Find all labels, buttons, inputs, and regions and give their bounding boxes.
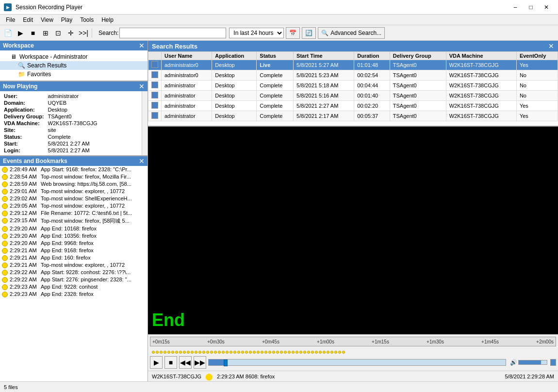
timeline[interactable]: +0m15s +0m30s +0m45s +1m00s +1m15s +1m30… xyxy=(150,337,556,346)
menu-tools[interactable]: Tools xyxy=(76,15,98,25)
timeline-dot[interactable] xyxy=(276,351,279,354)
tree-item-workspace[interactable]: 🖥 Workspace - Administrator xyxy=(0,52,148,61)
toolbar-fullscreen-btn[interactable]: ⊞ xyxy=(40,27,51,39)
play-button[interactable]: ▶ xyxy=(150,356,163,369)
timeline-dot[interactable] xyxy=(202,351,205,354)
timeline-dot[interactable] xyxy=(152,351,155,354)
calendar-btn[interactable]: 📅 xyxy=(286,27,300,39)
table-row[interactable]: administrator Desktop Complete 5/8/2021 … xyxy=(148,111,558,121)
event-item[interactable]: 2:29:21 AM Top-most window: explorer, , … xyxy=(0,261,148,269)
timeline-dot[interactable] xyxy=(183,351,186,354)
timeline-dot[interactable] xyxy=(338,351,341,354)
timeline-dot[interactable] xyxy=(175,351,178,354)
event-item[interactable]: 2:29:22 AM App Start: 2276: pingsender: … xyxy=(0,276,148,283)
timeline-dot[interactable] xyxy=(191,351,194,354)
toolbar-play-btn[interactable]: ▶ xyxy=(15,27,26,39)
timeline-dot[interactable] xyxy=(261,351,263,354)
timeline-dot[interactable] xyxy=(253,351,256,354)
toolbar-new-btn[interactable]: 📄 xyxy=(2,27,14,39)
maximize-button[interactable]: □ xyxy=(523,2,539,12)
timeline-dot[interactable] xyxy=(295,351,298,354)
timeline-dot[interactable] xyxy=(330,351,333,354)
timeline-dot[interactable] xyxy=(342,351,345,354)
timeline-dot[interactable] xyxy=(292,351,295,354)
menu-help[interactable]: Help xyxy=(98,15,117,25)
event-item[interactable]: 2:29:21 AM App End: 9168: firefox xyxy=(0,247,148,254)
tree-item-favorites[interactable]: 📁 Favorites xyxy=(0,70,148,79)
timeline-dot[interactable] xyxy=(241,351,244,354)
now-playing-close-btn[interactable]: ✕ xyxy=(139,83,145,90)
timeline-dot[interactable] xyxy=(237,351,240,354)
event-item[interactable]: 2:28:59 AM Web browsing: https://bj.58.c… xyxy=(0,180,148,188)
timeline-dot[interactable] xyxy=(206,351,209,354)
volume-bar[interactable] xyxy=(518,360,547,365)
toolbar-fast-fwd-btn[interactable]: >>| xyxy=(78,27,89,39)
event-item[interactable]: 2:29:23 AM App End: 9228: conhost xyxy=(0,283,148,291)
table-row[interactable]: administrator0 Desktop Live 5/8/2021 5:2… xyxy=(148,60,558,70)
timeline-dot[interactable] xyxy=(280,351,283,354)
event-item[interactable]: 2:29:01 AM Top-most window: explorer, , … xyxy=(0,188,148,195)
event-item[interactable]: 2:29:22 AM App Start: 9228: conhost: 227… xyxy=(0,269,148,276)
time-range-dropdown[interactable]: In last 24 hours In last 7 days In last … xyxy=(229,28,284,38)
toolbar-zoom-btn[interactable]: ⊡ xyxy=(52,27,64,39)
timeline-dot[interactable] xyxy=(164,351,166,354)
event-item[interactable]: 2:29:20 AM App End: 9968: firefox xyxy=(0,240,148,247)
zoom-handle[interactable] xyxy=(550,359,556,366)
tree-item-search-results[interactable]: 🔍 Search Results xyxy=(0,61,148,70)
timeline-dot[interactable] xyxy=(226,351,229,354)
timeline-dot[interactable] xyxy=(218,351,221,354)
timeline-dot[interactable] xyxy=(257,351,260,354)
table-row[interactable]: administrator Desktop Complete 5/8/2021 … xyxy=(148,91,558,101)
next-frame-button[interactable]: ▶▶ xyxy=(194,356,206,369)
timeline-dot[interactable] xyxy=(156,351,159,354)
timeline-dot[interactable] xyxy=(214,351,217,354)
timeline-dot[interactable] xyxy=(315,351,318,354)
timeline-dot[interactable] xyxy=(198,351,201,354)
timeline-dot[interactable] xyxy=(222,351,225,354)
menu-view[interactable]: View xyxy=(37,15,57,25)
workspace-close-btn[interactable]: ✕ xyxy=(139,42,145,49)
timeline-dot[interactable] xyxy=(327,351,329,354)
timeline-dot[interactable] xyxy=(187,351,190,354)
event-item[interactable]: 2:29:02 AM Top-most window: ShellExperie… xyxy=(0,195,148,202)
advanced-search-btn[interactable]: 🔍 Advanced Search... xyxy=(318,27,385,39)
event-item[interactable]: 2:29:15 AM Top-most window: firefox, [58… xyxy=(0,217,148,225)
search-input[interactable] xyxy=(119,28,226,38)
timeline-dot[interactable] xyxy=(179,351,182,354)
timeline-dot[interactable] xyxy=(323,351,326,354)
event-item[interactable]: 2:29:05 AM Top-most window: explorer, , … xyxy=(0,202,148,210)
timeline-dot[interactable] xyxy=(272,351,275,354)
timeline-dot[interactable] xyxy=(160,351,163,354)
timeline-dot[interactable] xyxy=(233,351,236,354)
event-item[interactable]: 2:29:23 AM App End: 2328: firefox xyxy=(0,291,148,298)
toolbar-move-btn[interactable]: ✛ xyxy=(65,27,77,39)
event-item[interactable]: 2:29:12 AM File Rename: 10772: C:\test\6… xyxy=(0,210,148,217)
menu-play[interactable]: Play xyxy=(57,15,76,25)
search-results-close-btn[interactable]: ✕ xyxy=(548,42,554,50)
timeline-dot[interactable] xyxy=(171,351,174,354)
timeline-dot[interactable] xyxy=(268,351,271,354)
timeline-dot[interactable] xyxy=(319,351,322,354)
event-item[interactable]: 2:28:54 AM Top-most window: firefox, Moz… xyxy=(0,173,148,180)
events-close-btn[interactable]: ✕ xyxy=(139,158,145,164)
table-row[interactable]: administrator Desktop Complete 5/8/2021 … xyxy=(148,101,558,111)
timeline-dot[interactable] xyxy=(230,351,232,354)
timeline-dot[interactable] xyxy=(288,351,291,354)
timeline-dot[interactable] xyxy=(195,351,197,354)
timeline-dot[interactable] xyxy=(210,351,213,354)
toolbar-stop-btn[interactable]: ■ xyxy=(27,27,39,39)
timeline-dot[interactable] xyxy=(249,351,252,354)
timeline-dot[interactable] xyxy=(245,351,248,354)
stop-button[interactable]: ■ xyxy=(164,356,177,369)
menu-file[interactable]: File xyxy=(2,15,19,25)
timeline-dot[interactable] xyxy=(334,351,337,354)
timeline-dot[interactable] xyxy=(307,351,310,354)
event-item[interactable]: 2:28:49 AM App Start: 9168: firefox: 232… xyxy=(0,166,148,173)
menu-edit[interactable]: Edit xyxy=(19,15,37,25)
timeline-dot[interactable] xyxy=(299,351,302,354)
event-item[interactable]: 2:29:21 AM App End: 160: firefox xyxy=(0,254,148,261)
progress-bar[interactable] xyxy=(208,359,506,366)
prev-frame-button[interactable]: ◀◀ xyxy=(179,356,192,369)
event-item[interactable]: 2:29:20 AM App End: 10168: firefox xyxy=(0,225,148,232)
table-row[interactable]: administrator0 Desktop Complete 5/8/2021… xyxy=(148,70,558,81)
